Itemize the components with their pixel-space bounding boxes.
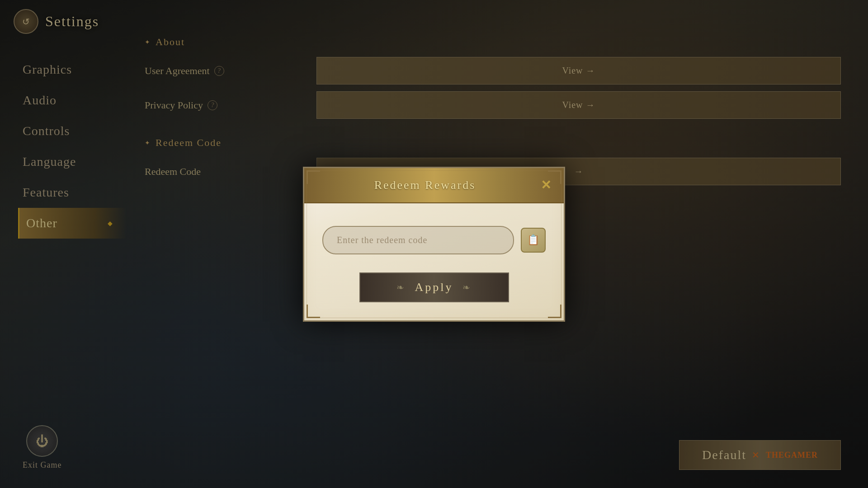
paste-button[interactable]: 📋 bbox=[521, 228, 546, 253]
redeem-rewards-modal: Redeem Rewards ✕ 📋 Apply bbox=[303, 167, 565, 322]
corner-tl bbox=[307, 170, 320, 184]
paste-icon: 📋 bbox=[527, 234, 539, 246]
corner-bl bbox=[307, 305, 320, 318]
corner-tr bbox=[548, 170, 561, 184]
modal-body: 📋 Apply bbox=[304, 203, 564, 320]
redeem-code-input[interactable] bbox=[322, 226, 514, 254]
modal-title-bar: Redeem Rewards ✕ bbox=[304, 168, 564, 203]
code-input-row: 📋 bbox=[322, 226, 546, 254]
modal-title-text: Redeem Rewards bbox=[313, 178, 537, 192]
apply-button[interactable]: Apply bbox=[359, 272, 509, 302]
apply-label: Apply bbox=[415, 281, 453, 294]
corner-br bbox=[548, 305, 561, 318]
modal-overlay: Redeem Rewards ✕ 📋 Apply bbox=[0, 0, 868, 488]
